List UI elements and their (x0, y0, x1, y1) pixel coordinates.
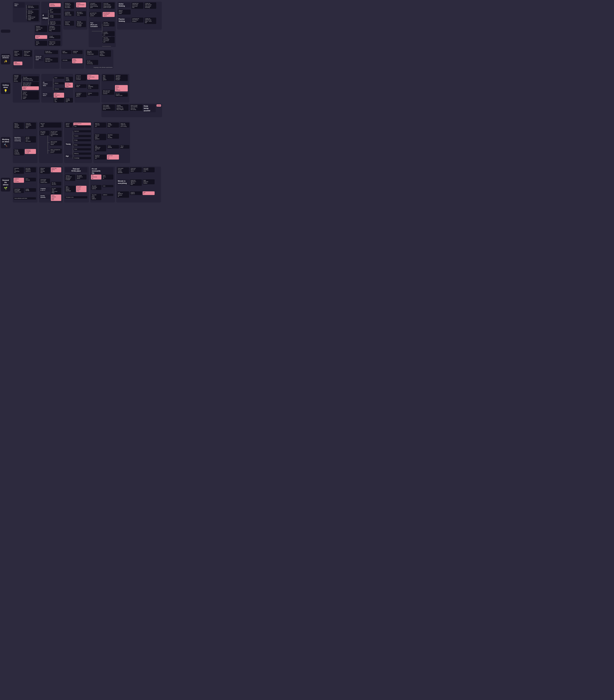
node-pass-think-1: Could give thistime to theseproblems (132, 17, 144, 23)
node-dont-be: Don't benaive (35, 35, 47, 39)
node-some-great-work: Some greatand youcombineadmirably (117, 167, 129, 174)
node-go-frontier: Go tothefrontier (49, 8, 61, 13)
panel-gw-working: Working onsomething atthe frontierthat m… (63, 2, 87, 29)
sidebar-label-text-4: Workingon ideas (2, 138, 10, 143)
sidebar-item-getting-ideas[interactable]: Gettingideas 💡 (0, 74, 11, 103)
node-colleagues: Colleagueswho workingon the samething (48, 26, 60, 32)
node-dont-aim: Don'taim todo (102, 175, 113, 179)
node-focus-work: Focus onthe workitself (35, 55, 44, 61)
node-requires-hard-world: Requireshard world (49, 3, 61, 7)
node-spend-time: Spend iftime forcreation (65, 123, 73, 127)
node-high-risk-reward: High-risk→ highreward (40, 123, 61, 127)
node-luck-is: luck iswhat isonlysatisfying (115, 85, 128, 91)
node-best-way: Best way inis as if you'retrying (76, 11, 86, 16)
panel-gla-1: Avoid thistryeverythingdo Don't takeever… (13, 166, 38, 202)
node-you-need-find: You needto find youraudience (91, 185, 101, 190)
node-do-what-matters: Do whatmatters to you (115, 93, 128, 97)
node-how-attitude: Howattitude youcould giveyou (94, 145, 106, 151)
node-how-to-see: How tosee it (42, 93, 52, 97)
node-carefully: Carefullynurture thesequestions. Thestor… (116, 104, 128, 111)
node-this-feels: This feelstrue to me inthe question (103, 22, 115, 26)
node-combining: Combiningthings fromdifferent fields (64, 11, 74, 16)
node-most-good: Mostgoodideasguidest (102, 75, 114, 81)
node-gla-pink: leadto (143, 191, 155, 195)
panel-woi-markets: High-risk→ highreward We openlyin effici… (39, 122, 63, 163)
node-some-attr2: Someattributesworthfame (51, 195, 61, 201)
node-the-key-find: The keyis to finda way intoit somehow (14, 149, 24, 155)
panel-woi-things: What youmean andand Thingsyou don'tknow … (94, 122, 130, 163)
sidebar-emoji-5: 🌱 (2, 187, 10, 190)
panel-gwa-1: Being thebest iseasier thanit looks Wher… (13, 50, 33, 69)
node-often-younger: Often youngerwhen youstarted (50, 141, 62, 146)
node-questions-come: Questionscome fromanswering (14, 136, 24, 142)
sidebar-item-great-work[interactable] (0, 15, 11, 48)
node-think-writing: Think inwriting (22, 86, 39, 90)
node-find-something: Findsomething,no one (87, 84, 98, 89)
node-readers: Readers/someone whoreads yourwork (35, 26, 47, 32)
simplicity-caption: Simplicity is the ultimate sophisticatio… (94, 67, 113, 68)
node-we-openly: We openlyin efficientmarkets (40, 130, 49, 136)
node-pass-think-2: Longer youwork less younotice – so dothi… (144, 17, 156, 24)
node-working-on-frontier: Working onsomething atthe frontierthat m… (64, 2, 74, 9)
node-when-consequences: When consequencesare lowergo for it (50, 149, 62, 154)
node-strictness: Strictness (54, 88, 64, 90)
panel-find-a-field: Find afield Where youhave interest What … (13, 2, 40, 22)
node-gla-live: live inthe world (25, 178, 36, 182)
node-great-work-noticing: Great worknoticingsomething (64, 21, 74, 26)
node-you-get: You getsomething (48, 35, 60, 39)
node-not-necessary-big: It's notnecessarilybig (91, 167, 113, 175)
node-efficiency-res: Efficiency (73, 152, 91, 155)
node-from-caught: From caughtwere learningabout awesomeno … (102, 104, 115, 111)
node-focus-on-areas: Focus onareas ofthesequestions (94, 134, 106, 140)
node-from-inside: So fromyour insidemodel (65, 83, 73, 88)
node-gla-place-text: Find place to live (65, 196, 87, 198)
panel-woi-1: Work issatisfying,effectiveand evolve Tr… (13, 122, 38, 163)
node-the-more: The moreyou're doingis to do justgain (103, 37, 115, 43)
node-gw-works-fast: gw works fastlives in thequestion (89, 12, 101, 17)
node-not-necessary-pink: Notnecessarilybig (91, 175, 101, 179)
node-great-copy: great copyadmiredo (51, 167, 61, 172)
node-some-attributes: Some attributes worth fame (14, 197, 36, 200)
node-induce-passivity: Inducepassivity (107, 145, 119, 149)
node-gla-right: Rightgroup andambition (143, 179, 155, 184)
node-break-rules: Breaktherules (54, 98, 64, 103)
panel-gwa-2: Focus onthe workitself People willnotice… (34, 50, 60, 69)
node-strange-enough: What'sstrange enoughpeople don'trealize (27, 15, 39, 21)
node-notice-got: Notice youcanget (107, 154, 119, 160)
node-freedom-res: Freedom (73, 135, 91, 137)
node-time-res: Time (73, 125, 91, 127)
sidebar-item-general-life-advice[interactable]: Generallifeadvice 🌱 (0, 166, 11, 203)
node-what-you-do: What youadmireinternallydoes (40, 167, 50, 174)
sidebar-item-great-work-attributes[interactable]: Great workattributes ✨ (0, 49, 11, 70)
node-informality: Informality (62, 59, 71, 61)
node-kinds-of-things: Kinds of topics theright people won'teve… (22, 82, 39, 87)
node-intellectual-curiosity: Intellectualcuriosity (72, 50, 83, 54)
node-energy-res: Energy (73, 139, 91, 141)
node-things-dont-know: Thingsyou don'tknow (107, 123, 119, 127)
node-quality-qty: Qualityquantity (25, 188, 36, 192)
node-different-thinking: Differentthinkingmodes (118, 10, 131, 14)
node-it-shouldnt: It shouldn'tfeel like you'redoing someth… (89, 2, 101, 9)
node-it-s-a-great: It's a greatdeal goes toadmire (76, 175, 86, 179)
panel-gi-curiosity: Amount goper idea indirection ofknowledg… (74, 74, 100, 103)
node-if-you-look: If you lookup at someonedoing somethingg… (103, 2, 115, 9)
node-active-thinking: Activethinking (118, 2, 131, 8)
node-pick-problem: Pick anunderdevelopedarea (76, 2, 86, 7)
node-obvious: Obvious (54, 82, 64, 84)
node-avoid-this: Avoid thistryeverythingdo (14, 167, 24, 174)
node-from-go: From gogive yourselfpermissionto people (65, 175, 75, 181)
node-great-things-2: Great thingsare usuallyinstalled alone (40, 178, 50, 184)
panel-woi-age: Spend iftime forcreation that the time f… (64, 122, 92, 163)
find-a-field-title: Find afield (14, 2, 25, 8)
node-puzzled-pink: puzzle! (157, 104, 161, 107)
sidebar-item-working-on-ideas[interactable]: Workingon ideas 🔨 (0, 122, 11, 164)
node-money-res: Money (73, 144, 91, 146)
panel-gla-copying: What youadmireinternallydoes great copya… (39, 166, 63, 202)
node-great-things: Great thingsare usuallyinstalled alone (14, 188, 24, 193)
node-gla-to-do: to do (102, 185, 113, 187)
node-lead-audience: Lead theaudience (130, 191, 142, 195)
node-where-interest: Where youhave interest (27, 5, 39, 9)
node-youre-on: You'reon yourown (35, 41, 47, 46)
node-foreigners-learn: Foreignerswho come hereoften learn (45, 58, 58, 63)
panel-gi-novel: Anoriginalideas Novel Obvious Strictness… (41, 74, 73, 103)
